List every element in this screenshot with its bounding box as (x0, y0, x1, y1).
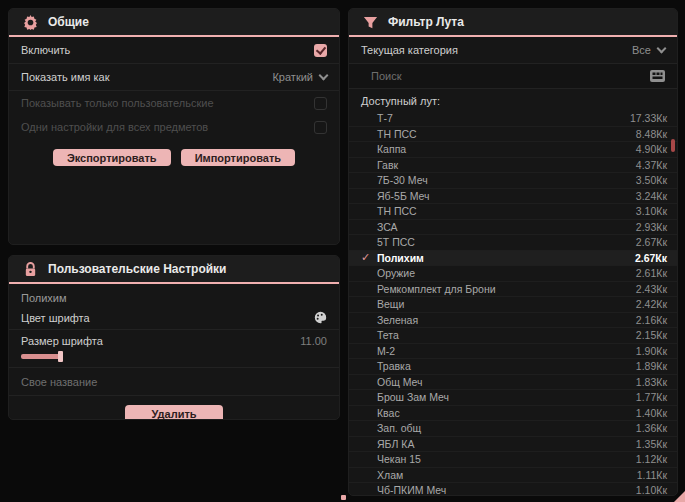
panel-general-header: Общие (9, 9, 339, 37)
item-value: 1.36Кк (636, 422, 667, 434)
item-name: Чекан 15 (377, 453, 636, 465)
item-value: 8.48Кк (636, 128, 667, 140)
panel-loot-filter-header: Фильтр Лута (349, 9, 677, 37)
row-category: Текущая категория Все (349, 37, 677, 64)
list-item[interactable]: ✓ Т-7 17.33Кк (349, 111, 677, 127)
list-item[interactable]: ✓ М-2 1.90Кк (349, 344, 677, 360)
list-item[interactable]: ✓ ЗСА 2.93Кк (349, 220, 677, 236)
item-value: 1.40Кк (636, 407, 667, 419)
item-value: 2.67Кк (636, 236, 667, 248)
panel-general: Общие Включить Показать имя как Краткий … (8, 8, 340, 245)
list-item[interactable]: ✓ 5Т ПСС 2.67Кк (349, 235, 677, 251)
palette-icon[interactable] (314, 311, 327, 324)
category-value: Все (632, 44, 651, 56)
grid-icon[interactable] (650, 70, 665, 82)
row-same-settings: Одни настройки для всех предметов (9, 115, 339, 139)
item-value: 2.42Кк (636, 298, 667, 310)
list-item[interactable]: ✓ ЯБЛ КА 1.35Кк (349, 437, 677, 453)
category-label: Текущая категория (361, 44, 458, 56)
item-value: 4.37Кк (636, 159, 667, 171)
item-value: 1.89Кк (636, 360, 667, 372)
list-item[interactable]: ✓ Травка 1.89Кк (349, 359, 677, 375)
item-value: 17.33Кк (630, 112, 667, 124)
list-item[interactable]: ✓ Чб-ПКИМ Меч 1.10Кк (349, 483, 677, 496)
show-name-dropdown[interactable]: Краткий (272, 71, 327, 83)
list-item[interactable]: ✓ Каппа 4.90Кк (349, 142, 677, 158)
resize-grip-icon[interactable] (674, 491, 685, 502)
item-name: М-2 (377, 345, 636, 357)
panel-custom-settings-title: Пользовательские Настройки (48, 262, 226, 276)
delete-button[interactable]: Удалить (125, 405, 222, 420)
font-size-slider[interactable] (9, 352, 339, 368)
item-value: 2.93Кк (636, 221, 667, 233)
font-color-label: Цвет шрифта (21, 312, 90, 324)
list-item[interactable]: ✓ Чекан 15 1.12Кк (349, 452, 677, 468)
list-item[interactable]: ✓ ТН ПСС 8.48Кк (349, 127, 677, 143)
item-name: 7Б-30 Меч (377, 174, 636, 186)
item-name: ТН ПСС (377, 128, 636, 140)
item-value: 1.12Кк (636, 453, 667, 465)
item-name: ТН ПСС (377, 205, 636, 217)
item-value: 2.61Кк (636, 267, 667, 279)
item-value: 4.90Кк (636, 143, 667, 155)
list-item[interactable]: ✓ Вещи 2.42Кк (349, 297, 677, 313)
import-button[interactable]: Импортировать (181, 149, 295, 166)
item-value: 3.10Кк (636, 205, 667, 217)
search-input[interactable] (371, 70, 650, 82)
category-dropdown[interactable]: Все (632, 44, 665, 56)
item-name: Тета (377, 329, 636, 341)
only-custom-checkbox[interactable] (314, 97, 327, 110)
row-font-color: Цвет шрифта (9, 306, 339, 330)
item-value: 2.67Кк (635, 252, 667, 264)
item-name: Вещи (377, 298, 636, 310)
slider-fill (21, 354, 61, 359)
mod-settings-screen: Общие Включить Показать имя как Краткий … (0, 0, 685, 502)
list-item[interactable]: ✓ Хлам 1.11Кк (349, 468, 677, 484)
list-item[interactable]: ✓ Общ Меч 1.83Кк (349, 375, 677, 391)
list-item[interactable]: ✓ Ремкомплект для Брони 2.43Кк (349, 282, 677, 298)
funnel-icon (363, 15, 378, 30)
item-name: Чб-ПКИМ Меч (377, 484, 636, 496)
item-name: Травка (377, 360, 636, 372)
panel-custom-settings-header: Пользовательские Настройки (9, 256, 339, 284)
list-item[interactable]: ✓ 7Б-30 Меч 3.50Кк (349, 173, 677, 189)
item-value: 2.16Кк (636, 314, 667, 326)
enable-checkbox[interactable] (314, 44, 327, 57)
item-value: 1.35Кк (636, 438, 667, 450)
export-button[interactable]: Экспортировать (53, 149, 171, 166)
item-value: 2.15Кк (636, 329, 667, 341)
item-name: Т-7 (377, 112, 630, 124)
item-name: Каппа (377, 143, 636, 155)
available-loot-label: Доступный лут: (349, 89, 677, 111)
list-item[interactable]: ✓ ТН ПСС 3.10Кк (349, 204, 677, 220)
list-item[interactable]: ✓ Яб-5Б Меч 3.24Кк (349, 189, 677, 205)
show-name-label: Показать имя как (21, 71, 110, 83)
scrollbar-thumb[interactable] (671, 139, 675, 152)
item-value: 1.77Кк (636, 391, 667, 403)
item-name: 5Т ПСС (377, 236, 636, 248)
panel-loot-filter-title: Фильтр Лута (388, 15, 464, 29)
row-show-name: Показать имя как Краткий (9, 64, 339, 91)
item-name: Гавк (377, 159, 636, 171)
list-item[interactable]: ✓ Гавк 4.37Кк (349, 158, 677, 174)
row-only-custom: Показывать только пользовательские (9, 91, 339, 115)
list-item[interactable]: ✓ Оружие 2.61Кк (349, 266, 677, 282)
chevron-down-icon (657, 43, 667, 53)
only-custom-label: Показывать только пользовательские (21, 97, 214, 109)
list-item[interactable]: ✓ Тета 2.15Кк (349, 328, 677, 344)
list-item[interactable]: ✓ Квас 1.40Кк (349, 406, 677, 422)
list-item[interactable]: ✓ Полихим 2.67Кк (349, 251, 677, 267)
slider-thumb[interactable] (58, 351, 63, 362)
slider-track[interactable] (21, 354, 321, 359)
panel-custom-settings: Пользовательские Настройки Полихим Цвет … (8, 255, 340, 420)
list-item[interactable]: ✓ Зеленая 2.16Кк (349, 313, 677, 329)
custom-name-input[interactable] (21, 376, 327, 388)
list-item[interactable]: ✓ Зап. общ 1.36Кк (349, 421, 677, 437)
same-settings-checkbox[interactable] (314, 121, 327, 134)
delete-row: Удалить (9, 396, 339, 420)
item-name: Квас (377, 407, 636, 419)
list-item[interactable]: ✓ Брош Зам Меч 1.77Кк (349, 390, 677, 406)
selected-item-name: Полихим (9, 284, 339, 306)
item-name: ЗСА (377, 221, 636, 233)
show-name-value: Краткий (272, 71, 313, 83)
